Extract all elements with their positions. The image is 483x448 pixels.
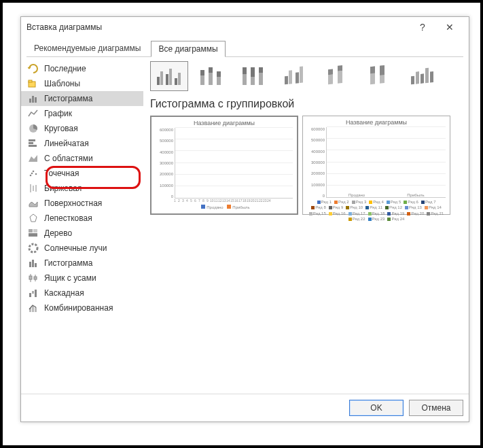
svg-rect-55 xyxy=(296,72,299,84)
subtype-3d-100-stacked-column[interactable] xyxy=(361,61,399,91)
waterfall-icon xyxy=(28,288,39,298)
svg-rect-59 xyxy=(338,71,342,84)
sidebar-item-label: Линейчатая xyxy=(44,139,89,148)
sidebar-item-area[interactable]: С областями xyxy=(21,151,143,166)
subtype-100-stacked-column[interactable] xyxy=(234,61,272,91)
templates-icon xyxy=(28,78,39,89)
treemap-icon xyxy=(28,228,39,239)
svg-rect-62 xyxy=(370,66,375,73)
svg-point-10 xyxy=(30,175,32,177)
sidebar-item-label: Биржевая xyxy=(44,184,82,193)
svg-rect-37 xyxy=(166,74,168,85)
sidebar-item-surface[interactable]: Поверхностная xyxy=(21,196,143,211)
sidebar-item-stock[interactable]: Биржевая xyxy=(21,181,143,196)
svg-rect-19 xyxy=(33,229,37,232)
ok-button[interactable]: OK xyxy=(349,400,404,416)
subtype-clustered-column[interactable] xyxy=(150,61,188,91)
line-chart-icon xyxy=(28,108,39,119)
svg-rect-69 xyxy=(430,71,433,83)
svg-rect-39 xyxy=(175,78,177,85)
svg-rect-6 xyxy=(29,139,35,141)
sidebar-item-boxwhisker[interactable]: Ящик с усами xyxy=(21,271,143,286)
chart-previews: Название диаграммы 600000500000400000300… xyxy=(150,116,462,215)
sidebar-item-pie[interactable]: Круговая xyxy=(21,121,143,136)
svg-rect-28 xyxy=(34,277,37,279)
column-chart-icon xyxy=(28,93,39,104)
sidebar-item-scatter[interactable]: Точечная xyxy=(21,166,143,181)
sidebar-item-label: Солнечные лучи xyxy=(44,243,107,253)
scatter-chart-icon xyxy=(28,168,39,179)
chart-preview-1[interactable]: Название диаграммы 600000500000400000300… xyxy=(150,116,298,215)
subtype-3d-stacked-column[interactable] xyxy=(319,61,357,91)
svg-rect-42 xyxy=(200,70,204,75)
chart-subtype-bar xyxy=(150,61,462,91)
sidebar-item-recent[interactable]: Последние xyxy=(21,61,143,76)
bar-chart-icon xyxy=(28,138,39,149)
sidebar-item-label: Гистограмма xyxy=(44,94,92,103)
dialog-title: Вставка диаграммы xyxy=(26,22,409,32)
sidebar-item-label: График xyxy=(44,109,72,118)
sidebar-item-sunburst[interactable]: Солнечные лучи xyxy=(21,241,143,256)
sidebar-item-combo[interactable]: Комбинированная xyxy=(21,300,143,315)
histogram-icon xyxy=(28,258,39,269)
svg-rect-34 xyxy=(35,307,37,312)
svg-rect-65 xyxy=(411,76,414,85)
tab-recommended[interactable]: Рекомендуемые диаграммы xyxy=(26,40,148,56)
svg-rect-45 xyxy=(217,77,221,85)
titlebar: Вставка диаграммы ? ✕ xyxy=(21,17,469,37)
sidebar-item-label: Дерево xyxy=(44,228,72,238)
main-panel: Гистограмма с группировкой Название диаг… xyxy=(143,57,469,394)
svg-rect-26 xyxy=(29,276,32,279)
combo-chart-icon xyxy=(28,303,39,313)
sidebar-item-treemap[interactable]: Дерево xyxy=(21,226,143,241)
sidebar-item-histogram[interactable]: Гистограмма xyxy=(21,256,143,271)
svg-rect-3 xyxy=(32,96,34,103)
svg-rect-60 xyxy=(338,65,342,71)
insert-chart-dialog: Вставка диаграммы ? ✕ Рекомендуемые диаг… xyxy=(20,16,469,422)
chart-legend: Продано Прибыль xyxy=(156,205,293,209)
sunburst-icon xyxy=(28,243,39,254)
svg-rect-68 xyxy=(425,68,429,84)
svg-marker-17 xyxy=(30,214,37,222)
sidebar-item-waterfall[interactable]: Каскадная xyxy=(21,286,143,300)
svg-rect-53 xyxy=(285,76,288,85)
subtype-3d-clustered-column[interactable] xyxy=(276,61,315,91)
svg-rect-54 xyxy=(289,70,292,84)
svg-rect-1 xyxy=(29,80,32,82)
svg-rect-44 xyxy=(209,67,213,73)
svg-marker-9 xyxy=(29,155,37,162)
subtype-3d-column[interactable] xyxy=(403,61,441,91)
sidebar-item-bar[interactable]: Линейчатая xyxy=(21,136,143,151)
svg-point-21 xyxy=(29,244,37,252)
svg-rect-56 xyxy=(300,67,303,84)
sidebar-item-line[interactable]: График xyxy=(21,106,143,121)
sidebar-item-label: Круговая xyxy=(44,124,78,133)
subtype-title: Гистограмма с группировкой xyxy=(150,98,462,110)
sidebar-item-label: Точечная xyxy=(44,169,79,178)
sidebar-item-label: Комбинированная xyxy=(44,303,113,313)
svg-rect-36 xyxy=(160,71,163,85)
svg-rect-30 xyxy=(32,291,34,294)
preview-title: Название диаграммы xyxy=(307,119,446,126)
svg-rect-4 xyxy=(35,97,37,103)
svg-rect-48 xyxy=(243,67,247,74)
svg-rect-52 xyxy=(259,67,263,73)
sidebar-item-templates[interactable]: Шаблоны xyxy=(21,76,143,91)
preview-title: Название диаграммы xyxy=(156,120,293,126)
cancel-button[interactable]: Отмена xyxy=(409,400,463,416)
help-button[interactable]: ? xyxy=(409,22,436,33)
svg-rect-46 xyxy=(217,71,221,77)
svg-rect-50 xyxy=(251,67,255,77)
close-button[interactable]: ✕ xyxy=(436,22,463,33)
svg-rect-38 xyxy=(169,69,172,85)
sidebar-item-label: Каскадная xyxy=(44,288,84,298)
sidebar-item-label: Последние xyxy=(44,64,86,73)
sidebar-item-radar[interactable]: Лепестковая xyxy=(21,211,143,226)
svg-rect-23 xyxy=(32,260,34,267)
svg-rect-67 xyxy=(421,73,424,84)
svg-rect-7 xyxy=(29,142,33,144)
tab-all[interactable]: Все диаграммы xyxy=(151,41,225,57)
subtype-stacked-column[interactable] xyxy=(192,61,230,91)
chart-preview-2[interactable]: Название диаграммы 600000500000400000300… xyxy=(302,116,450,215)
sidebar-item-column[interactable]: Гистограмма xyxy=(21,91,143,106)
